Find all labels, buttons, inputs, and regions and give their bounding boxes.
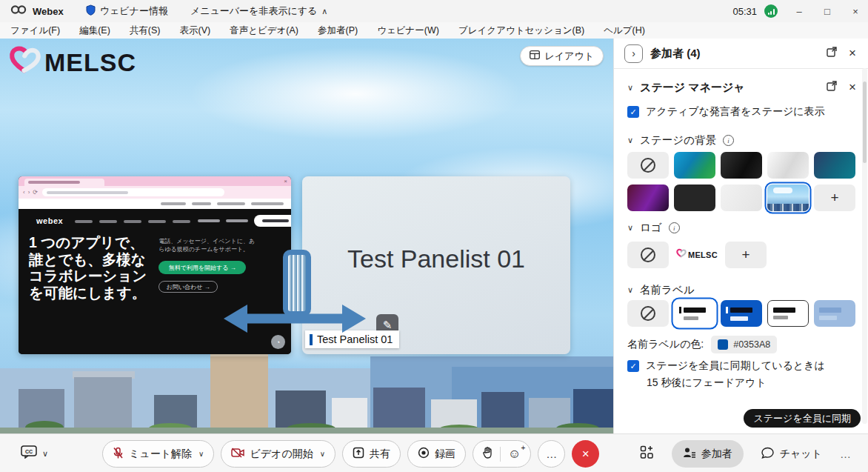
logo-thumbnails-row: MELSC + [627,239,767,271]
chat-tab-button[interactable]: チャット [761,447,822,461]
panel-divider [614,68,868,69]
background-black-option[interactable] [721,152,762,179]
prohibition-icon [641,306,655,321]
melsc-heart-icon [676,248,687,262]
menu-edit[interactable]: 編集(E) [79,24,110,37]
more-panels-button[interactable]: … [840,448,852,460]
microphone-muted-icon [113,447,124,462]
name-label-style-2[interactable] [721,300,762,327]
site-nav-link [226,219,248,222]
popout-stage-manager-icon[interactable] [827,81,837,94]
menu-view[interactable]: 表示(V) [179,24,210,37]
share-button[interactable]: 共有 [342,440,401,468]
leave-meeting-button[interactable]: × [572,440,599,468]
info-icon[interactable]: i [723,135,734,146]
checkbox-checked-icon[interactable]: ✓ [627,360,639,372]
chat-bubble-icon [761,447,774,461]
logo-melsc-option-selected[interactable]: MELSC [674,239,720,271]
more-options-button[interactable]: … [538,440,565,468]
svg-text:CC: CC [25,449,33,454]
menu-webinar[interactable]: ウェビナー(W) [377,24,439,37]
site-subtext: 電話、メッセージ、イベントに、あ らゆる規模のチームをサポート。 [158,237,255,253]
stage-background-section-header: ∨ ステージの背景 i [627,133,734,147]
background-white-option[interactable] [767,152,809,179]
sync-stage-button[interactable]: ステージを全員に同期 [744,409,861,428]
add-background-button[interactable]: + [814,185,855,211]
start-video-button[interactable]: ビデオの開始 ∨ [221,440,335,468]
checkbox-checked-icon[interactable]: ✓ [627,106,639,118]
browser-url-field [42,188,224,196]
app-title: Webex [33,6,64,17]
close-panel-icon[interactable]: × [849,46,856,61]
browser-back-icon: ‹ [23,189,25,196]
fade-out-checkbox-row[interactable]: ✓ ステージを全員に同期しているときは [627,359,825,373]
logo-section-header: ∨ ロゴ i [627,221,680,235]
menu-audio-video[interactable]: 音声とビデオ(A) [230,24,298,37]
chevron-down-icon[interactable]: ∨ [627,223,633,233]
chevron-down-icon: ∨ [320,450,325,458]
site-headline: 1 つのアプリで、 誰とでも、多様な コラボレーション を可能にします。 [29,234,147,301]
background-city-option-selected[interactable] [767,185,809,211]
browser-tab [24,179,104,186]
name-label-color-row: 名前ラベルの色: #0353A8 [627,336,777,353]
maximize-button[interactable]: □ [815,0,840,22]
panel-scrollbar[interactable] [862,68,867,424]
menu-breakout[interactable]: ブレイクアウトセッション(B) [458,24,584,37]
stage-area: MELSC レイアウト × ‹ › ⟳ [0,39,613,433]
unmute-button[interactable]: ミュート解除 ∨ [102,440,214,468]
share-screen-icon [353,447,364,461]
close-window-button[interactable]: × [843,0,868,22]
reactions-group: ☺ + [473,440,531,468]
name-label-style-1-selected[interactable] [674,300,715,327]
chevron-down-icon[interactable]: ∨ [627,285,633,295]
collapse-panel-button[interactable]: › [624,44,643,63]
captions-button[interactable]: CC ∨ [21,440,48,467]
name-label-none-option[interactable] [627,300,669,327]
raise-hand-icon[interactable] [483,447,493,461]
record-button[interactable]: 録画 [407,440,466,468]
hide-menubar-button[interactable]: メニューバーを非表示にする ∧ [190,4,328,18]
background-light-gray-option[interactable] [721,185,762,211]
apps-icon[interactable] [640,445,654,462]
name-label-style-3[interactable] [767,300,809,327]
menu-file[interactable]: ファイル(F) [10,24,60,37]
menu-participants[interactable]: 参加者(P) [318,24,358,37]
site-cta-pill [254,215,291,227]
reactions-smiley-icon[interactable]: ☺ + [508,448,521,460]
divider [500,447,501,462]
add-logo-button[interactable]: + [725,242,767,268]
name-label-color-picker[interactable]: #0353A8 [711,336,777,353]
minimize-button[interactable]: – [787,0,812,22]
participants-tab-button[interactable]: 参加者 [672,440,744,468]
chevron-up-icon: ∧ [321,7,327,16]
site-nav-link [198,219,220,222]
prohibition-icon [641,247,655,262]
popout-panel-icon[interactable] [827,47,837,60]
background-teal-option[interactable] [814,152,855,179]
menu-help[interactable]: ヘルプ(H) [604,24,645,37]
info-icon[interactable]: i [669,222,680,233]
background-none-option[interactable] [627,152,669,179]
stage-logo-text: MELSC [44,48,136,77]
webinar-info-button[interactable]: ウェビナー情報 [86,4,168,18]
chevron-down-icon: ∨ [42,449,48,459]
prohibition-icon [641,158,655,173]
active-speaker-checkbox-row[interactable]: ✓ アクティブな発言者をステージに表示 [627,105,825,119]
browser-address-bar: ‹ › ⟳ [19,186,291,199]
menu-share[interactable]: 共有(S) [130,24,161,37]
background-blue-green-option[interactable] [674,152,715,179]
logo-none-option[interactable] [627,242,669,268]
layout-button[interactable]: レイアウト [520,46,604,66]
melsc-heart-icon [9,44,41,80]
chevron-down-icon[interactable]: ∨ [627,83,633,93]
record-icon [418,447,430,461]
resize-arrow-indicator [221,302,369,339]
webex-site-nav [75,219,190,223]
background-dark-gray-option[interactable] [674,185,715,211]
close-stage-manager-icon[interactable]: × [849,80,856,95]
fade-out-line2: 15 秒後にフェードアウト [647,376,767,390]
background-purple-option[interactable] [627,185,669,211]
name-label-section-header: ∨ 名前ラベル [627,283,695,297]
chevron-down-icon[interactable]: ∨ [627,136,633,145]
name-label-style-4[interactable] [814,300,855,327]
